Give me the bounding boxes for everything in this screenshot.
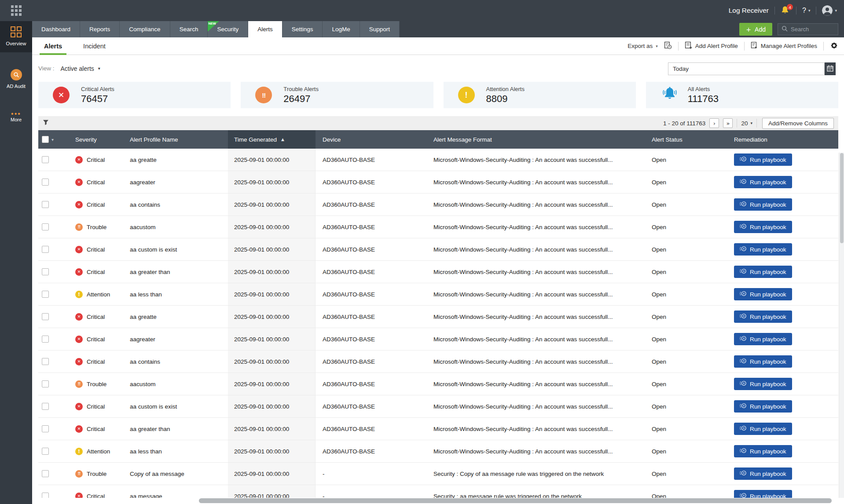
alert-status-cell[interactable]: Open bbox=[645, 149, 722, 171]
run-playbook-button[interactable]: Run playbook bbox=[734, 221, 792, 233]
tab-dashboard[interactable]: Dashboard bbox=[32, 21, 80, 37]
last-page-button[interactable]: » bbox=[723, 118, 733, 128]
run-playbook-button[interactable]: Run playbook bbox=[734, 355, 792, 368]
row-checkbox[interactable] bbox=[42, 358, 49, 365]
row-checkbox[interactable] bbox=[42, 268, 49, 275]
horizontal-scrollbar[interactable] bbox=[38, 498, 838, 503]
alert-status-cell[interactable]: Open bbox=[645, 216, 722, 238]
search-input[interactable] bbox=[791, 26, 834, 33]
row-checkbox[interactable] bbox=[42, 291, 49, 298]
alert-profile-name-cell[interactable]: aagreater bbox=[123, 171, 228, 193]
run-playbook-button[interactable]: Run playbook bbox=[734, 467, 792, 480]
user-menu-button[interactable]: ▾ bbox=[822, 5, 837, 16]
alert-profile-name-cell[interactable]: aa message bbox=[123, 485, 228, 498]
column-header-alert-profile-name[interactable]: Alert Profile Name bbox=[123, 130, 228, 149]
add-button[interactable]: + Add bbox=[739, 23, 772, 36]
tab-alerts[interactable]: Alerts bbox=[44, 37, 62, 55]
column-header-time-generated[interactable]: Time Generated ▲ bbox=[228, 130, 316, 149]
row-checkbox[interactable] bbox=[42, 336, 49, 343]
date-range-field[interactable]: Today bbox=[668, 62, 825, 75]
run-playbook-button[interactable]: Run playbook bbox=[734, 310, 792, 323]
alert-profile-name-cell[interactable]: aacustom bbox=[123, 373, 228, 395]
alert-status-cell[interactable]: Open bbox=[645, 171, 722, 193]
sidebar-item-ad-audit[interactable]: AD Audit bbox=[0, 64, 32, 95]
alert-status-cell[interactable]: Open bbox=[645, 238, 722, 260]
notifications-button[interactable]: 4 bbox=[781, 6, 790, 15]
alert-status-cell[interactable]: Open bbox=[645, 328, 722, 350]
row-checkbox[interactable] bbox=[42, 179, 49, 186]
tab-security[interactable]: NEWSecurity bbox=[208, 21, 248, 37]
attention-alerts-card[interactable]: ! Attention Alerts 8809 bbox=[444, 82, 636, 108]
alert-profile-name-cell[interactable]: aa greatte bbox=[123, 306, 228, 328]
alert-profile-name-cell[interactable]: aa greatte bbox=[123, 149, 228, 171]
alert-status-cell[interactable]: Open bbox=[645, 306, 722, 328]
row-checkbox[interactable] bbox=[42, 246, 49, 253]
alert-profile-name-cell[interactable]: aa contains bbox=[123, 194, 228, 215]
row-checkbox[interactable] bbox=[42, 313, 49, 320]
critical-alerts-card[interactable]: ✕ Critical Alerts 76457 bbox=[38, 82, 231, 108]
row-checkbox[interactable] bbox=[42, 380, 49, 387]
sidebar-item-overview[interactable]: Overview bbox=[0, 21, 32, 52]
view-dropdown[interactable]: Active alerts ▾ bbox=[61, 65, 100, 72]
row-checkbox[interactable] bbox=[42, 403, 49, 410]
row-checkbox[interactable] bbox=[42, 493, 49, 498]
alert-profile-name-cell[interactable]: aa greater than bbox=[123, 418, 228, 440]
row-checkbox[interactable] bbox=[42, 223, 49, 230]
run-playbook-button[interactable]: Run playbook bbox=[734, 400, 792, 413]
tab-settings[interactable]: Settings bbox=[283, 21, 323, 37]
run-playbook-button[interactable]: Run playbook bbox=[734, 176, 792, 188]
column-header-alert-status[interactable]: Alert Status bbox=[645, 130, 722, 149]
horizontal-scrollbar-thumb[interactable] bbox=[199, 498, 832, 503]
tab-incident[interactable]: Incident bbox=[83, 37, 106, 55]
tab-compliance[interactable]: Compliance bbox=[120, 21, 170, 37]
alert-status-cell[interactable]: Open bbox=[645, 283, 722, 305]
row-checkbox[interactable] bbox=[42, 156, 49, 163]
add-remove-columns-button[interactable]: Add/Remove Columns bbox=[762, 118, 834, 129]
alert-status-cell[interactable]: Open bbox=[645, 373, 722, 395]
export-as-dropdown[interactable]: Export as ▾ bbox=[627, 43, 658, 49]
alert-status-cell[interactable]: Open bbox=[645, 440, 722, 462]
run-playbook-button[interactable]: Run playbook bbox=[734, 490, 792, 498]
tab-reports[interactable]: Reports bbox=[80, 21, 120, 37]
alert-status-cell[interactable]: Open bbox=[645, 418, 722, 440]
help-menu-button[interactable]: ? ▾ bbox=[802, 7, 810, 15]
run-playbook-button[interactable]: Run playbook bbox=[734, 243, 792, 256]
all-alerts-card[interactable]: All Alerts 111763 bbox=[646, 82, 838, 108]
run-playbook-button[interactable]: Run playbook bbox=[734, 423, 792, 435]
alert-profile-name-cell[interactable]: aa contains bbox=[123, 351, 228, 373]
alert-status-cell[interactable]: Open bbox=[645, 351, 722, 373]
run-playbook-button[interactable]: Run playbook bbox=[734, 198, 792, 211]
run-playbook-button[interactable]: Run playbook bbox=[734, 445, 792, 457]
tab-alerts[interactable]: Alerts bbox=[248, 21, 283, 37]
trouble-alerts-card[interactable]: !! Trouble Alerts 26497 bbox=[241, 82, 433, 108]
row-checkbox[interactable] bbox=[42, 470, 49, 477]
filter-funnel-icon[interactable] bbox=[43, 119, 49, 127]
tab-support[interactable]: Support bbox=[360, 21, 400, 37]
vertical-scrollbar-thumb[interactable] bbox=[840, 153, 844, 243]
row-checkbox[interactable] bbox=[42, 425, 49, 432]
run-playbook-button[interactable]: Run playbook bbox=[734, 333, 792, 345]
alert-status-cell[interactable]: Open bbox=[645, 395, 722, 417]
alert-profile-name-cell[interactable]: aa less than bbox=[123, 440, 228, 462]
manage-alert-profiles-button[interactable]: Manage Alert Profiles bbox=[751, 41, 817, 51]
calendar-button[interactable] bbox=[825, 62, 836, 75]
run-playbook-button[interactable]: Run playbook bbox=[734, 378, 792, 390]
app-launcher-button[interactable] bbox=[0, 5, 32, 16]
next-page-button[interactable]: › bbox=[709, 118, 719, 128]
select-all-checkbox[interactable] bbox=[42, 136, 49, 143]
page-size-dropdown[interactable]: 20 ▾ bbox=[741, 120, 752, 127]
alert-profile-name-cell[interactable]: Copy of aa message bbox=[123, 463, 228, 485]
row-checkbox[interactable] bbox=[42, 201, 49, 208]
settings-gear-button[interactable] bbox=[830, 41, 838, 51]
run-playbook-button[interactable]: Run playbook bbox=[734, 153, 792, 166]
column-header-alert-message-format[interactable]: Alert Message Format bbox=[426, 130, 645, 149]
vertical-scrollbar[interactable] bbox=[839, 153, 844, 498]
row-checkbox[interactable] bbox=[42, 448, 49, 455]
column-header-device[interactable]: Device bbox=[316, 130, 426, 149]
column-header-remediation[interactable]: Remediation bbox=[722, 130, 838, 149]
run-playbook-button[interactable]: Run playbook bbox=[734, 266, 792, 278]
alert-status-cell[interactable]: Open bbox=[645, 194, 722, 215]
schedule-report-button[interactable] bbox=[664, 41, 672, 51]
select-menu-caret-icon[interactable]: ▾ bbox=[51, 137, 54, 142]
tab-logme[interactable]: LogMe bbox=[323, 21, 360, 37]
